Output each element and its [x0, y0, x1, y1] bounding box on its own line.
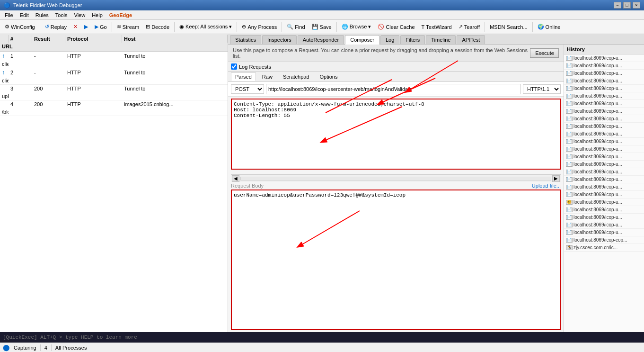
- tab-log[interactable]: Log: [380, 35, 399, 44]
- tab-apitest[interactable]: APITest: [457, 35, 485, 44]
- textwizard-button[interactable]: T TextWizard: [419, 23, 455, 31]
- history-item-23[interactable]: 📄 localhost:8069/icop-u...: [564, 229, 644, 236]
- clear-cache-button[interactable]: 🚫 Clear Cache: [375, 23, 417, 31]
- history-item-2[interactable]: 📄 localhost:8069/icop-u...: [564, 70, 644, 77]
- history-item-24[interactable]: 📄 localhost:8069/icop-cop...: [564, 236, 644, 244]
- history-item-0[interactable]: 📄 localhost:8069/icop-u...: [564, 54, 644, 62]
- row3-url: upload.cnblogs.com: [0, 92, 9, 100]
- headers-scrollbar-h: ◀ ▶: [231, 174, 561, 182]
- menu-edit[interactable]: Edit: [17, 11, 32, 19]
- history-item-6[interactable]: 📄 localhost:8069/icop-u...: [564, 100, 644, 108]
- replay-button[interactable]: ↺ Replay: [42, 23, 70, 31]
- url-row: POST GET PUT DELETE HTTP/1.1 HTTP/2: [228, 82, 564, 97]
- browse-button[interactable]: 🌐 Browse ▾: [339, 23, 374, 31]
- close-button-toolbar[interactable]: ✕: [71, 23, 80, 31]
- history-item-19[interactable]: 😊 localhost:8069/icop-u...: [564, 199, 644, 206]
- save-button[interactable]: 💾 Save: [309, 23, 335, 31]
- keep-icon: ◉: [179, 24, 184, 30]
- any-process-button[interactable]: ⊕ Any Process: [239, 23, 280, 31]
- sub-tab-parsed[interactable]: Parsed: [231, 72, 256, 81]
- history-item-4[interactable]: 📄 localhost:8069/icop-u...: [564, 85, 644, 92]
- history-item-5[interactable]: 📄 localhost:8069/icop-u...: [564, 92, 644, 100]
- history-item-13[interactable]: 📄 localhost:8069/icop-u...: [564, 153, 644, 161]
- history-item-18[interactable]: 📄 localhost:8069/icop-u...: [564, 191, 644, 199]
- composer-sub-tabs: Parsed Raw Scratchpad Options: [228, 72, 564, 82]
- tab-autoresponder[interactable]: AutoResponder: [298, 35, 344, 44]
- history-icon-3: 📄: [566, 79, 573, 83]
- go-button[interactable]: ▶ Go: [92, 23, 110, 31]
- row4-num: 4: [9, 100, 32, 108]
- history-item-11[interactable]: 📄 localhost:8069/icop-u...: [564, 138, 644, 145]
- history-item-10[interactable]: 📄 localhost:8069/icop-u...: [564, 130, 644, 138]
- online-button[interactable]: 🌍 Online: [535, 23, 564, 31]
- keep-sessions-button[interactable]: ◉ Keep: All sessions ▾: [176, 23, 235, 31]
- request-body-input[interactable]: userName=adminicop&userPassword=123qwe!@…: [231, 190, 561, 330]
- history-icon-19: 😊: [566, 200, 573, 205]
- winconfig-button[interactable]: ⚙ WinConfig: [2, 23, 38, 31]
- row4-result: 200: [32, 100, 65, 108]
- find-button[interactable]: 🔍 Find: [284, 23, 308, 31]
- tab-inspectors[interactable]: Inspectors: [262, 35, 297, 44]
- execute-button[interactable]: Execute: [530, 48, 559, 58]
- tearoff-button[interactable]: ↗ Tearoff: [456, 23, 483, 31]
- headers-container: Content-Type: application/x-www-form-url…: [231, 99, 561, 174]
- menu-view[interactable]: View: [71, 11, 88, 19]
- sub-tab-scratchpad[interactable]: Scratchpad: [279, 72, 314, 81]
- history-icon-25: 🐧: [566, 245, 573, 250]
- method-select[interactable]: POST GET PUT DELETE: [231, 84, 264, 94]
- menu-help[interactable]: Help: [89, 11, 106, 19]
- tab-filters[interactable]: Filters: [400, 35, 425, 44]
- forward-button[interactable]: ▶: [81, 23, 91, 31]
- scroll-right-arrow[interactable]: ▶: [552, 175, 560, 182]
- history-item-22[interactable]: 📄 localhost:8069/icop-u...: [564, 221, 644, 229]
- session-row-1[interactable]: ↑ 1 - HTTP Tunnel to clients1.google.com…: [0, 52, 228, 68]
- session-row-2[interactable]: ↑ 2 - HTTP Tunnel to clients1.google.com…: [0, 68, 228, 85]
- msdn-search-button[interactable]: MSDN Search...: [487, 23, 530, 31]
- url-input[interactable]: [266, 84, 521, 94]
- history-item-15[interactable]: 📄 localhost:8069/icop-u...: [564, 168, 644, 176]
- menu-geoedge[interactable]: GeoEdge: [106, 11, 135, 19]
- stream-button[interactable]: ≋ Stream: [114, 23, 142, 31]
- clear-icon: 🚫: [378, 24, 384, 30]
- history-item-8[interactable]: 📄 localhost:8089/icop-o...: [564, 115, 644, 123]
- scroll-left-arrow[interactable]: ◀: [232, 175, 239, 182]
- row2-url: clients1.google.com:443: [0, 77, 9, 84]
- history-icon-2: 📄: [566, 71, 573, 76]
- history-item-20[interactable]: 📄 localhost:8069/icop-u...: [564, 206, 644, 214]
- sub-tab-raw[interactable]: Raw: [258, 72, 277, 81]
- history-item-1[interactable]: 📄 localhost:8069/icop-u...: [564, 62, 644, 70]
- close-button[interactable]: ×: [633, 2, 640, 9]
- history-item-14[interactable]: 📄 localhost:8069/icop-u...: [564, 161, 644, 168]
- history-item-7[interactable]: 📄 localhost:8089/icop-o...: [564, 108, 644, 115]
- menu-file[interactable]: File: [2, 11, 16, 19]
- quickexec-input[interactable]: [3, 334, 641, 340]
- history-item-3[interactable]: 📄 localhost:8069/icop-u...: [564, 77, 644, 85]
- go-icon: ▶: [95, 24, 98, 30]
- history-icon-22: 📄: [566, 223, 573, 227]
- decode-button[interactable]: ⊞ Decode: [143, 23, 172, 31]
- history-item-25[interactable]: 🐧 zjy.cscec.com.cn/ic...: [564, 244, 644, 252]
- scroll-track-h[interactable]: [240, 177, 551, 181]
- protocol-select[interactable]: HTTP/1.1 HTTP/2: [523, 84, 561, 94]
- log-requests-row: Log Requests: [228, 62, 564, 72]
- maximize-button[interactable]: □: [623, 2, 631, 9]
- upload-file-link[interactable]: Upload file...: [532, 183, 561, 189]
- menu-rules[interactable]: Rules: [33, 11, 52, 19]
- menu-tools[interactable]: Tools: [53, 11, 71, 19]
- tab-timeline[interactable]: Timeline: [426, 35, 456, 44]
- minimize-button[interactable]: −: [614, 2, 621, 9]
- session-row-4[interactable]: 4 200 HTTP images2015.cnblog... /blog/64…: [0, 100, 228, 116]
- history-icon-20: 📄: [566, 208, 573, 212]
- log-requests-checkbox[interactable]: [231, 63, 237, 70]
- history-item-12[interactable]: 📄 localhost:8069/icop-u...: [564, 145, 644, 153]
- tab-composer[interactable]: Composer: [345, 35, 379, 45]
- session-row-3[interactable]: 3 200 HTTP Tunnel to upload.cnblogs.com: [0, 85, 228, 100]
- sub-tab-options[interactable]: Options: [316, 72, 342, 81]
- sessions-panel: # Result Protocol Host URL ↑ 1 - HTTP Tu…: [0, 34, 228, 332]
- history-item-16[interactable]: 📄 localhost:8069/icop-u...: [564, 176, 644, 183]
- history-item-17[interactable]: 📄 localhost:8069/icop-u...: [564, 183, 644, 191]
- row4-protocol: HTTP: [65, 100, 122, 108]
- history-item-21[interactable]: 📄 localhost:8069/icop-u...: [564, 214, 644, 221]
- history-item-9[interactable]: 📄 localhost:8069/icop-u...: [564, 123, 644, 130]
- tab-statistics[interactable]: Statistics: [230, 35, 261, 44]
